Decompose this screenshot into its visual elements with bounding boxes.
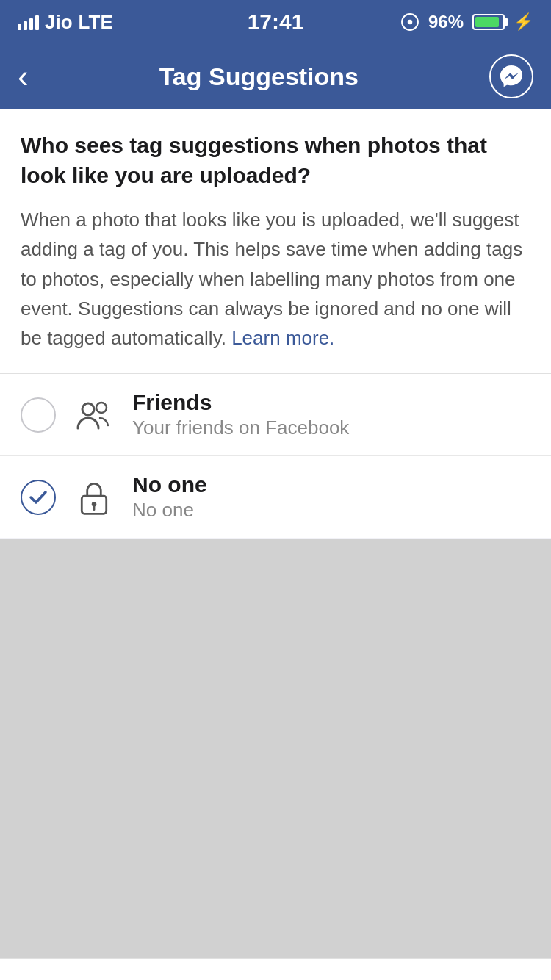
friends-sublabel: Your friends on Facebook — [132, 417, 530, 439]
question-title: Who sees tag suggestions when photos tha… — [21, 131, 530, 190]
tab-notifications[interactable] — [276, 959, 414, 980]
friends-option[interactable]: Friends Your friends on Facebook — [0, 374, 551, 456]
battery-icon — [472, 14, 505, 30]
no-one-option-text: No one No one — [132, 472, 530, 522]
network-type-label: LTE — [79, 11, 113, 34]
battery-percent-label: 96% — [428, 12, 464, 32]
no-one-sublabel: No one — [132, 499, 530, 522]
tab-news-feed[interactable] — [0, 959, 138, 980]
tab-bar — [0, 958, 551, 980]
tab-friends[interactable] — [138, 959, 276, 980]
no-one-option[interactable]: No one No one — [0, 456, 551, 538]
status-left: Jio LTE — [18, 11, 113, 34]
status-right: 96% ⚡ — [400, 12, 533, 32]
no-one-label: No one — [132, 472, 530, 497]
status-time: 17:41 — [248, 10, 304, 35]
friends-label: Friends — [132, 390, 530, 415]
no-one-radio[interactable] — [21, 480, 56, 515]
svg-point-3 — [96, 403, 107, 413]
navbar: ‹ Tag Suggestions — [0, 44, 551, 109]
messenger-icon — [499, 64, 524, 89]
question-description: When a photo that looks like you is uplo… — [21, 205, 530, 353]
charging-icon: ⚡ — [514, 12, 533, 32]
battery-fill — [475, 17, 499, 27]
gray-fill-area — [0, 539, 551, 958]
back-button[interactable]: ‹ — [18, 60, 29, 93]
lock-icon — [73, 477, 115, 518]
messenger-button[interactable] — [489, 54, 533, 98]
carrier-label: Jio — [45, 11, 73, 34]
friends-option-text: Friends Your friends on Facebook — [132, 390, 530, 439]
checkmark-icon — [28, 487, 48, 508]
page-title: Tag Suggestions — [159, 62, 359, 91]
status-bar: Jio LTE 17:41 96% ⚡ — [0, 0, 551, 44]
svg-point-1 — [408, 20, 413, 25]
signal-bars-icon — [18, 14, 39, 30]
svg-point-2 — [82, 403, 94, 415]
question-section: Who sees tag suggestions when photos tha… — [0, 109, 551, 374]
friends-radio[interactable] — [21, 397, 56, 433]
friends-icon — [73, 394, 115, 436]
main-content: Who sees tag suggestions when photos tha… — [0, 109, 551, 958]
learn-more-link[interactable]: Learn more. — [231, 327, 334, 349]
tab-menu[interactable] — [414, 959, 552, 980]
question-card: Who sees tag suggestions when photos tha… — [0, 109, 551, 538]
location-icon — [400, 12, 419, 32]
back-icon: ‹ — [18, 58, 29, 94]
